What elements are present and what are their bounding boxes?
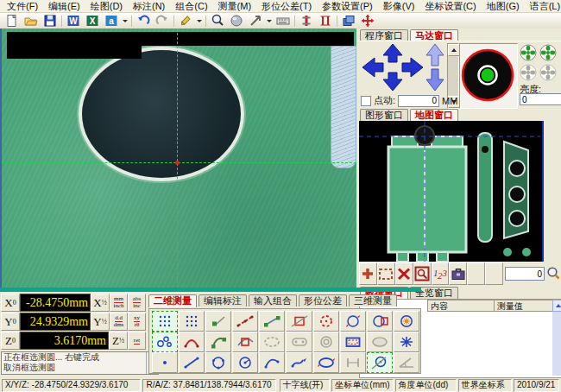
tab-input-combine[interactable]: 输入组合 [249,294,297,307]
word-export-icon[interactable]: W [64,13,83,29]
box-line-tool[interactable] [286,311,312,332]
concentric-circle-tool[interactable] [394,311,419,332]
z-axis-arrows[interactable] [425,43,445,92]
tab-measure-3d[interactable]: 三维测量 [349,294,397,307]
box-circle-tool[interactable] [367,311,393,332]
count-123-icon[interactable]: 123 [432,262,450,285]
arc-3pt-tool[interactable] [259,352,285,373]
stage-jog-cross-arrows[interactable] [362,43,424,92]
dropdown-arrow-icon[interactable] [267,20,272,22]
auto-point-tool[interactable] [205,311,231,332]
auto-arc-tool[interactable] [179,332,205,352]
tab-edit-annotate[interactable]: 编辑标注 [199,294,247,307]
curve-tool[interactable] [286,352,312,373]
magnifier-icon[interactable] [208,13,227,29]
calipers-icon[interactable] [316,13,335,29]
menu-map[interactable]: 地图(G) [482,1,525,12]
half-x-button[interactable]: X½ [91,294,110,312]
map-window[interactable] [359,121,544,262]
circle-center-tool[interactable] [232,352,258,373]
grid-array-tool[interactable] [179,311,205,332]
brightness-input[interactable] [520,93,561,105]
pointer-arrow-icon[interactable] [246,13,265,29]
search-icon[interactable] [545,263,561,284]
line-tool[interactable] [179,352,205,373]
unit-toggle-x-0[interactable]: mminch [110,294,128,312]
menu-file[interactable]: 文件(F) [2,1,43,12]
ring-light-icon[interactable] [519,43,539,63]
half-y-button[interactable]: Y½ [91,313,110,331]
new-file-icon[interactable] [3,13,22,29]
delete-icon[interactable] [395,262,413,285]
focus-array-tool[interactable] [152,311,178,332]
jog-distance-input[interactable] [398,95,439,107]
spline-tool[interactable] [394,332,419,352]
pencil-draw-icon[interactable] [176,13,195,29]
manual-line-tool[interactable] [259,311,285,332]
half-z-button[interactable]: Z½ [109,332,128,350]
save-icon[interactable] [41,13,60,29]
zero-y-button[interactable]: Y0 [1,313,20,331]
multi-circle-tool[interactable] [152,332,178,352]
tab-measure-2d[interactable]: 二维测量 [148,294,197,307]
scan-arc-tool[interactable] [205,332,231,352]
sphere-3d-icon[interactable] [227,13,246,29]
marquee-select-icon[interactable] [377,262,395,285]
scan-circle-tool[interactable] [340,311,366,332]
circle-3pt-tool[interactable] [205,352,231,373]
panel-splitter[interactable] [0,288,421,292]
point-tool[interactable] [152,352,178,373]
unit-toggle-y-1[interactable]: xyrθ [128,313,146,331]
auto-circle-tool[interactable] [313,311,339,332]
menu-param-settings[interactable]: 参数设置(P) [317,1,378,12]
menu-measure[interactable]: 测量(M) [213,1,257,12]
tab-form-tolerance[interactable]: 形位公差 [299,294,347,307]
layers-icon[interactable] [339,13,358,29]
add-feature-icon[interactable] [359,262,377,285]
menu-image[interactable]: 影像(V) [378,1,420,12]
unit-toggle-x-1[interactable]: absinc [128,294,146,312]
box-arc-tool[interactable] [232,332,258,352]
circle-line-tool[interactable] [367,352,393,373]
camera-view[interactable] [2,28,356,288]
toolbox-icon[interactable] [449,262,467,285]
coax-light-icon[interactable] [539,43,558,63]
undo-icon[interactable] [134,13,153,29]
menu-form-tolerance[interactable]: 形位公差(T) [256,1,317,12]
menu-annotate[interactable]: 标注(N) [128,1,170,12]
message-line: 正在框选测圆... 右键完成 [3,352,147,363]
tab-map[interactable]: 地图窗口 [410,109,458,122]
tab-graphic[interactable]: 图形窗口 [360,109,408,121]
ellipse-5pt-tool[interactable] [313,352,339,373]
open-folder-icon[interactable] [22,13,41,29]
table-scrollbar[interactable] [552,300,561,376]
redo-icon[interactable] [153,13,172,29]
map-zoom-input[interactable] [505,267,545,281]
column-header-1[interactable]: 测量值 [495,300,554,312]
zero-z-button[interactable]: Z0 [1,332,20,350]
unit-toggle-z-0[interactable]: ret [128,332,146,350]
menu-draw[interactable]: 绘图(D) [85,1,128,12]
probe-icon[interactable] [297,13,316,29]
cad-export-icon[interactable]: a [102,13,121,29]
move-stage-icon[interactable] [358,13,377,29]
excel-export-icon[interactable]: X [83,13,102,29]
measurement-table[interactable]: 内容测量值 [427,300,560,376]
zero-x-button[interactable]: X0 [1,294,20,312]
rectangle-tool[interactable] [340,332,366,352]
auto-line-tool[interactable] [232,311,258,332]
table-scroll-up-icon[interactable] [552,300,561,312]
zoom-region-icon[interactable] [413,262,432,285]
tab-program[interactable]: 程序窗口 [360,29,408,41]
menu-edit[interactable]: 编辑(E) [43,1,85,12]
column-header-0[interactable]: 内容 [427,300,495,312]
dropdown-arrow-icon[interactable] [197,20,202,22]
menu-combine[interactable]: 组合(C) [170,1,212,12]
dropdown-arrow-icon[interactable] [123,20,128,22]
keyboard-icon[interactable] [274,13,293,29]
scroll-up-icon[interactable] [448,44,460,56]
unit-toggle-y-0[interactable]: d.ddms [110,313,128,331]
jog-checkbox[interactable] [361,96,371,106]
menu-language[interactable]: 语言(L) [525,1,561,12]
menu-coord-settings[interactable]: 坐标设置(C) [419,1,481,12]
